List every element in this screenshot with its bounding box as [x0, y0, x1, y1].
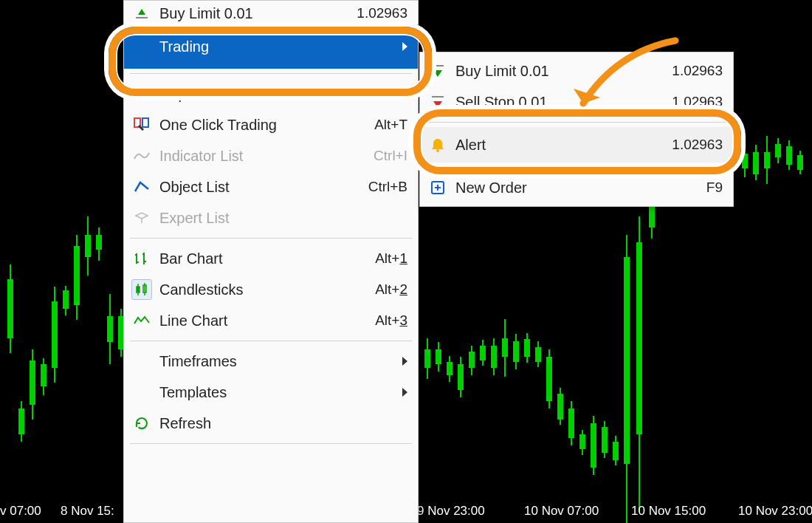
refresh-label: Refresh — [159, 415, 407, 432]
buy-limit-icon — [131, 3, 152, 24]
depth-of-market-shortcut: Alt+B — [374, 86, 407, 102]
new-order-shortcut: F9 — [706, 180, 723, 196]
indicator-list-label: Indicator List — [159, 148, 351, 165]
expert-list-label: Expert List — [159, 210, 407, 227]
line-chart-shortcut: Alt+3 — [375, 312, 407, 329]
menu-item-depth-of-market[interactable]: Depth Of Market Alt+B — [124, 78, 418, 109]
menu-item-bar-chart[interactable]: Bar Chart Alt+1 — [124, 243, 418, 274]
menu-item-buy-limit-cut[interactable]: Buy Limit 0.01 1.02963 — [124, 2, 418, 24]
indicator-list-shortcut: Ctrl+I — [374, 148, 407, 164]
buy-limit-cut-label: Buy Limit 0.01 — [159, 5, 334, 22]
time-tick: 10 Nov 23:00 — [738, 504, 812, 519]
candlesticks-shortcut: Alt+2 — [375, 281, 407, 298]
menu-item-timeframes[interactable]: Timeframes — [124, 346, 418, 377]
new-order-label: New Order — [455, 180, 684, 196]
alert-label: Alert — [455, 137, 650, 154]
depth-of-market-label: Depth Of Market — [159, 86, 351, 103]
svg-rect-5 — [134, 95, 141, 98]
menu-item-expert-list: Expert List — [124, 202, 418, 233]
submenu-arrow-icon — [402, 357, 407, 366]
blank-icon — [131, 351, 152, 372]
timeframes-label: Timeframes — [159, 353, 380, 370]
svg-rect-2 — [142, 88, 149, 90]
buy-limit-label: Buy Limit 0.01 — [455, 63, 650, 80]
submenu-arrow-icon — [402, 388, 407, 397]
menu-item-object-list[interactable]: Object List Ctrl+B — [124, 171, 418, 202]
depth-of-market-icon — [131, 83, 152, 104]
submenu-item-new-order[interactable]: New Order F9 — [420, 172, 733, 203]
time-tick: 10 Nov 07:00 — [524, 504, 599, 519]
svg-rect-4 — [142, 92, 149, 94]
indicator-list-icon — [131, 146, 152, 166]
blank-icon — [131, 36, 152, 57]
alert-value: 1.02963 — [672, 137, 723, 153]
time-tick: 10 Nov 15:00 — [631, 504, 706, 519]
one-click-trading-shortcut: Alt+T — [374, 117, 407, 133]
submenu-item-buy-limit[interactable]: Buy Limit 0.01 1.02963 — [420, 55, 733, 86]
menu-item-templates[interactable]: Templates — [124, 377, 418, 408]
menu-item-trading[interactable]: Trading — [124, 24, 418, 69]
blank-icon — [131, 382, 152, 403]
time-tick: 8 Nov 15: — [61, 504, 114, 519]
time-tick: v 07:00 — [0, 504, 41, 519]
refresh-icon — [131, 413, 152, 434]
one-click-trading-label: One Click Trading — [159, 117, 352, 134]
menu-item-one-click-trading[interactable]: One Click Trading Alt+T — [124, 109, 418, 140]
line-chart-label: Line Chart — [159, 312, 353, 329]
sell-stop-icon — [427, 92, 448, 112]
bar-chart-label: Bar Chart — [159, 250, 353, 267]
candlesticks-label: Candlesticks — [159, 281, 353, 298]
svg-point-15 — [436, 149, 439, 152]
svg-rect-1 — [134, 88, 141, 90]
bar-chart-shortcut: Alt+1 — [375, 250, 407, 267]
menu-separator — [130, 238, 412, 239]
menu-item-line-chart[interactable]: Line Chart Alt+3 — [124, 305, 418, 336]
svg-rect-0 — [136, 17, 148, 18]
svg-rect-14 — [432, 96, 444, 98]
svg-rect-8 — [142, 118, 148, 127]
svg-rect-3 — [134, 92, 141, 94]
menu-separator — [426, 167, 727, 168]
buy-limit-icon — [427, 61, 448, 81]
new-order-icon — [427, 177, 448, 198]
menu-item-candlesticks[interactable]: Candlesticks Alt+2 — [124, 274, 418, 305]
trading-label: Trading — [159, 38, 380, 55]
buy-limit-cut-value: 1.02963 — [357, 5, 407, 21]
menu-separator — [130, 341, 412, 341]
context-menu-main[interactable]: Buy Limit 0.01 1.02963 Trading Depth Of … — [123, 0, 419, 523]
object-list-label: Object List — [159, 179, 346, 196]
time-tick: 9 Nov 23:00 — [417, 504, 485, 519]
submenu-arrow-icon — [402, 42, 407, 51]
bar-chart-icon — [131, 248, 152, 269]
line-chart-icon — [131, 310, 152, 331]
submenu-item-sell-stop[interactable]: Sell Stop 0.01 1.02963 — [420, 86, 733, 117]
object-list-shortcut: Ctrl+B — [368, 179, 407, 195]
sell-stop-value: 1.02963 — [672, 94, 723, 110]
templates-label: Templates — [159, 384, 380, 401]
submenu-item-alert[interactable]: Alert 1.02963 — [420, 127, 733, 163]
menu-separator — [130, 73, 412, 74]
menu-item-refresh[interactable]: Refresh — [124, 408, 418, 439]
svg-rect-13 — [432, 65, 444, 66]
expert-list-icon — [131, 208, 152, 228]
alert-bell-icon — [427, 134, 448, 155]
sell-stop-label: Sell Stop 0.01 — [455, 94, 650, 111]
menu-separator — [130, 443, 412, 444]
context-menu-trading-submenu[interactable]: Buy Limit 0.01 1.02963 Sell Stop 0.01 1.… — [419, 52, 734, 207]
menu-separator — [426, 122, 727, 123]
one-click-trading-icon — [131, 114, 152, 135]
object-list-icon — [131, 177, 152, 197]
buy-limit-value: 1.02963 — [672, 63, 723, 79]
menu-item-indicator-list: Indicator List Ctrl+I — [124, 140, 418, 171]
candlesticks-icon — [131, 279, 152, 300]
svg-rect-6 — [142, 95, 149, 98]
